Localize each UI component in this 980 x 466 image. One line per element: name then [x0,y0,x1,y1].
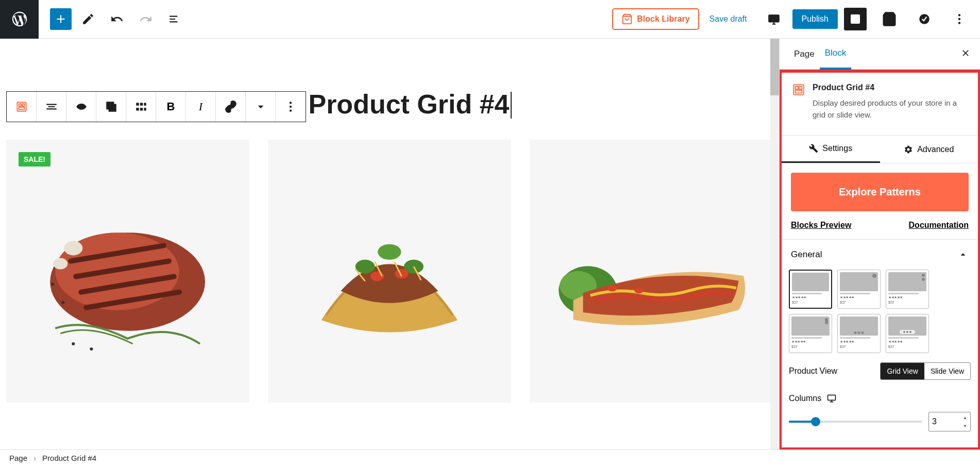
block-type-button[interactable] [7,92,37,122]
svg-rect-11 [107,102,113,109]
product-view-label: Product View [789,367,837,376]
view-toggle: Grid View Slide View [880,362,971,380]
svg-rect-17 [144,108,146,110]
svg-rect-14 [144,103,146,105]
svg-rect-40 [799,87,802,89]
wordpress-logo[interactable] [0,0,39,39]
svg-rect-15 [136,108,139,110]
edit-mode-button[interactable] [76,7,100,31]
main-area: B I Product Grid #4 SALE! [0,39,980,450]
svg-point-19 [290,106,292,108]
product-card[interactable]: SALE! [6,140,249,403]
page-title[interactable]: Product Grid #4 [308,89,509,120]
link-button[interactable] [216,92,246,122]
svg-point-20 [290,109,292,111]
product-card[interactable] [268,140,511,403]
explore-patterns-button[interactable]: Explore Patterns [791,173,969,211]
product-grid: SALE! [6,140,773,403]
product-view-row: Product View Grid View Slide View [782,353,978,389]
gear-icon [904,145,913,154]
editor-canvas[interactable]: B I Product Grid #4 SALE! [0,39,779,450]
woo-button[interactable] [877,7,902,31]
layout-preset[interactable]: ★★★★★$37 [886,270,929,309]
svg-rect-8 [22,104,24,106]
product-image-steak [24,179,231,363]
svg-point-26 [62,301,65,304]
stepper-up[interactable]: ▲ [961,413,969,422]
desktop-icon[interactable] [826,393,837,404]
svg-point-3 [958,14,960,16]
svg-point-18 [290,102,292,104]
italic-button[interactable]: I [186,92,216,122]
block-library-button[interactable]: Block Library [612,8,699,30]
product-card[interactable] [530,140,773,403]
tab-advanced[interactable]: Advanced [880,136,978,163]
svg-rect-9 [19,107,24,109]
svg-point-36 [607,285,617,291]
tab-settings[interactable]: Settings [782,136,880,163]
more-options-button[interactable] [947,7,972,31]
svg-point-5 [958,22,960,24]
columns-number-input[interactable]: 3 ▲▼ [928,412,971,431]
product-grid-icon [792,83,805,96]
svg-point-27 [72,342,75,345]
columns-button[interactable] [126,92,156,122]
svg-point-29 [356,259,375,273]
yoast-button[interactable] [912,7,937,31]
tab-page[interactable]: Page [789,40,820,69]
layout-preset[interactable]: ★★★★★$37 [886,314,929,353]
svg-rect-12 [136,103,139,105]
svg-rect-16 [140,108,142,110]
svg-rect-7 [19,104,21,106]
svg-point-28 [90,347,93,350]
close-sidebar-button[interactable] [960,48,971,60]
block-title: Product Grid #4 [813,83,968,92]
layout-presets: ★★★★★$37 ★★★★★$37 ★★★★★$37 ★★★★★$37 ★★★★… [782,270,978,353]
undo-button[interactable] [105,7,129,31]
chevron-up-icon [957,249,969,260]
settings-sidebar: Page Block Product Grid #4 Display desir… [779,39,980,450]
block-panel-highlight: Product Grid #4 Display desired products… [780,70,980,450]
align-button[interactable] [37,92,66,122]
redo-button[interactable] [133,7,158,31]
layout-preset[interactable]: ★★★★★$37 [837,270,881,309]
columns-slider[interactable] [789,421,922,423]
blocks-preview-link[interactable]: Blocks Preview [791,221,851,230]
save-draft-button[interactable]: Save draft [705,10,751,28]
layout-preset[interactable]: ★★★★★$37 [789,314,832,353]
svg-point-23 [64,241,83,255]
close-icon [960,48,971,58]
more-rich-text-button[interactable] [246,92,276,122]
product-image-taco [292,179,487,363]
duplicate-button[interactable] [96,92,126,122]
layout-preset[interactable]: ★★★★★$37 [789,270,832,309]
block-toolbar: B I [6,91,306,122]
columns-label: Columns [789,394,821,403]
block-more-button[interactable] [276,92,306,122]
layout-preset[interactable]: ★★★★★$37 [837,314,881,353]
general-header[interactable]: General [782,240,978,270]
add-block-button[interactable] [50,8,72,30]
svg-rect-42 [828,395,836,400]
settings-toggle-button[interactable] [844,8,867,30]
svg-rect-39 [796,87,798,89]
document-overview-button[interactable] [162,7,187,31]
columns-row: Columns 3 ▲▼ [782,389,978,431]
slide-view-option[interactable]: Slide View [924,363,970,379]
bold-button[interactable]: B [156,92,186,122]
move-button[interactable] [66,92,96,122]
svg-rect-41 [796,90,802,93]
general-section: General ★★★★★$37 ★★★★★$37 ★★★★★$37 ★★★★★… [782,239,978,431]
documentation-link[interactable]: Documentation [909,221,969,230]
sidebar-tabs: Page Block [780,39,980,70]
svg-point-30 [378,244,401,259]
stepper-down[interactable]: ▼ [961,422,969,430]
editor-topbar: Block Library Save draft Publish [0,0,980,39]
canvas-scrollbar[interactable] [770,39,779,450]
grid-view-option[interactable]: Grid View [881,363,924,379]
tab-block[interactable]: Block [820,39,852,70]
preview-device-button[interactable] [762,7,786,31]
publish-button[interactable]: Publish [792,9,838,29]
breadcrumb-item[interactable]: Product Grid #4 [42,454,96,462]
breadcrumb-item[interactable]: Page [9,454,27,462]
